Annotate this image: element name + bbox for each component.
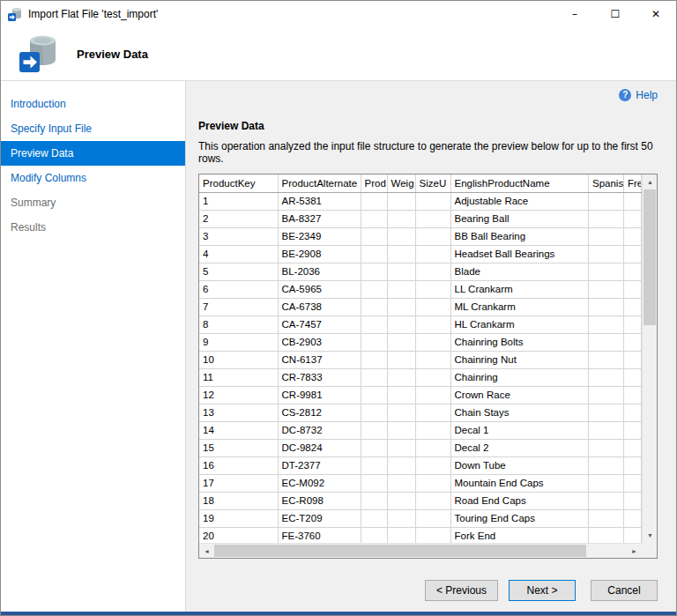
table-row: 19EC-T209Touring End Caps [199, 509, 642, 527]
table-cell: Headset Ball Bearings [450, 245, 588, 263]
table-cell [588, 280, 623, 298]
scroll-left-button[interactable] [199, 544, 214, 559]
preview-data-grid: ProductKeyProductAlternateProdWeigSizeUE… [198, 174, 658, 559]
import-flat-file-app-icon [8, 7, 22, 21]
table-row: 16DT-2377Down Tube [199, 456, 642, 474]
help-icon: ? [619, 89, 631, 101]
table-cell: 6 [199, 280, 278, 298]
table-cell [415, 386, 450, 404]
table-row: 20FE-3760Fork End [199, 527, 642, 543]
table-cell: CA-7457 [278, 315, 361, 333]
table-cell [588, 509, 623, 527]
table-cell: 16 [199, 456, 278, 474]
table-cell: Mountain End Caps [450, 474, 588, 492]
titlebar[interactable]: Import Flat File 'test_import' – ☐ ✕ [1, 1, 676, 27]
table-cell [415, 280, 450, 298]
scroll-down-button[interactable] [643, 528, 658, 543]
scroll-up-button[interactable] [643, 174, 658, 189]
column-header-productalternate: ProductAlternate [278, 174, 361, 192]
sidebar-item-results: Results [1, 215, 185, 240]
sidebar-item-preview-data[interactable]: Preview Data [1, 141, 185, 166]
previous-button[interactable]: < Previous [425, 580, 498, 601]
table-cell [588, 474, 623, 492]
sidebar-item-modify-columns[interactable]: Modify Columns [1, 166, 185, 190]
table-cell [588, 527, 623, 543]
table-cell: 1 [199, 192, 278, 210]
table-row: 17EC-M092Mountain End Caps [199, 474, 642, 492]
table-cell [387, 263, 415, 280]
page-title: Preview Data [77, 48, 148, 61]
table-cell [415, 404, 450, 421]
table-cell: Decal 1 [450, 421, 588, 439]
table-cell: FE-3760 [278, 527, 361, 543]
table-cell [361, 227, 387, 245]
sidebar-item-specify-input-file[interactable]: Specify Input File [1, 116, 185, 141]
table-cell: 15 [199, 439, 278, 456]
table-cell [361, 439, 387, 456]
table-cell: Blade [450, 263, 588, 280]
table-cell [361, 245, 387, 263]
table-cell: Down Tube [450, 456, 588, 474]
table-cell [361, 474, 387, 492]
table-row: 9CB-2903Chainring Bolts [199, 333, 642, 351]
vertical-scroll-thumb[interactable] [644, 189, 656, 325]
horizontal-scroll-thumb[interactable] [214, 545, 586, 557]
table-cell: Chainring [450, 368, 588, 386]
table-cell [623, 351, 641, 368]
table-cell: EC-T209 [278, 509, 361, 527]
table-cell: 18 [199, 492, 278, 509]
table-cell [588, 386, 623, 404]
table-cell: BE-2908 [278, 245, 361, 263]
table-row: 1AR-5381Adjustable Race [199, 192, 642, 210]
preview-table: ProductKeyProductAlternateProdWeigSizeUE… [199, 174, 642, 543]
maximize-button[interactable]: ☐ [595, 1, 636, 27]
table-cell [623, 298, 641, 315]
vertical-scrollbar[interactable] [642, 174, 657, 543]
table-cell [623, 315, 641, 333]
window-bottom-border [1, 612, 676, 615]
table-cell [361, 280, 387, 298]
table-cell [588, 245, 623, 263]
table-cell [588, 298, 623, 315]
table-cell [361, 333, 387, 351]
close-button[interactable]: ✕ [636, 1, 676, 27]
table-cell [361, 527, 387, 543]
table-cell [588, 227, 623, 245]
table-cell [387, 368, 415, 386]
table-cell [623, 263, 641, 280]
table-cell [387, 280, 415, 298]
table-row: 13CS-2812Chain Stays [199, 404, 642, 421]
table-cell [387, 474, 415, 492]
table-cell: 14 [199, 421, 278, 439]
table-cell [361, 492, 387, 509]
scroll-right-button[interactable] [627, 544, 642, 559]
help-link[interactable]: ? Help [619, 88, 658, 102]
table-cell: 8 [199, 315, 278, 333]
table-cell [588, 368, 623, 386]
table-cell: DC-9824 [278, 439, 361, 456]
minimize-button[interactable]: – [554, 1, 595, 27]
table-row: 2BA-8327Bearing Ball [199, 210, 642, 227]
window-title: Import Flat File 'test_import' [28, 8, 158, 20]
table-cell: Chainring Bolts [450, 333, 588, 351]
section-title: Preview Data [198, 120, 658, 132]
table-cell [623, 456, 641, 474]
table-cell [361, 456, 387, 474]
table-cell [415, 351, 450, 368]
table-cell [623, 192, 641, 210]
table-cell: 12 [199, 386, 278, 404]
table-cell: CS-2812 [278, 404, 361, 421]
main-panel: ? Help Preview Data This operation analy… [186, 81, 676, 612]
next-button[interactable]: Next > [509, 580, 576, 601]
table-cell [588, 351, 623, 368]
table-cell [623, 368, 641, 386]
cancel-button[interactable]: Cancel [591, 580, 658, 601]
horizontal-scrollbar[interactable] [199, 543, 642, 558]
sidebar-item-introduction[interactable]: Introduction [1, 92, 185, 116]
table-cell [623, 227, 641, 245]
table-cell: 4 [199, 245, 278, 263]
table-cell [387, 386, 415, 404]
table-cell: CR-7833 [278, 368, 361, 386]
table-cell: BA-8327 [278, 210, 361, 227]
wizard-steps-sidebar: IntroductionSpecify Input FilePreview Da… [1, 81, 186, 612]
